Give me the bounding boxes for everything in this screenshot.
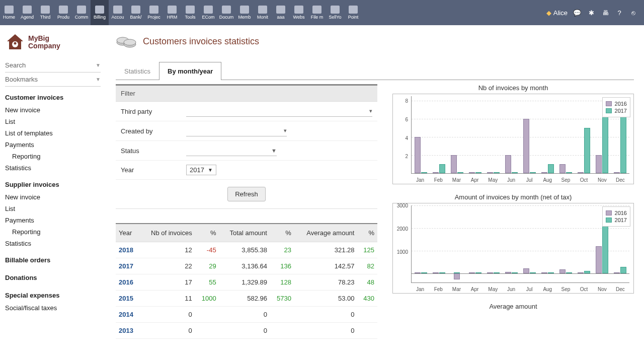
- side-link-list[interactable]: List: [5, 116, 101, 127]
- side-section-donations[interactable]: Donations: [5, 267, 101, 284]
- table-row: 201617551,329.8912878.2348: [116, 274, 377, 291]
- year-cell[interactable]: 2018: [116, 242, 140, 258]
- bar-2017: [421, 172, 427, 173]
- company-logo[interactable]: MyBigCompany: [5, 30, 101, 58]
- topmenu-monit[interactable]: Monit: [254, 0, 272, 25]
- module-icon: [41, 6, 50, 14]
- side-link-list[interactable]: List: [5, 203, 101, 215]
- side-link-statistics[interactable]: Statistics: [5, 162, 101, 174]
- topmenu-home[interactable]: Home: [0, 0, 18, 25]
- year-cell[interactable]: 2013: [116, 323, 140, 339]
- year-cell[interactable]: 2017: [116, 258, 140, 274]
- chart-0: 246820162017JanFebMarAprMayJunJulAugSepO…: [392, 94, 634, 184]
- tab-statistics[interactable]: Statistics: [116, 62, 159, 80]
- topmenu-point[interactable]: Point: [344, 0, 362, 25]
- year-cell[interactable]: 2016: [116, 274, 140, 291]
- search-box[interactable]: Search▼: [5, 58, 101, 73]
- topmenu-projec[interactable]: Projec: [145, 0, 163, 25]
- side-section-customer-invoices[interactable]: Customer invoices: [5, 87, 101, 104]
- topmenu-bank/[interactable]: Bank/: [127, 0, 145, 25]
- side-link-payments[interactable]: Payments: [5, 215, 101, 226]
- chat-icon[interactable]: 💬: [573, 8, 582, 17]
- bar-2017: [457, 172, 463, 173]
- bar-2016: [433, 172, 439, 173]
- topmenu-aaa[interactable]: aaa: [272, 0, 290, 25]
- help-icon[interactable]: ?: [615, 8, 624, 17]
- side-link-new-invoice[interactable]: New invoice: [5, 191, 101, 203]
- bar-2016: [487, 172, 493, 173]
- module-icon: [331, 6, 340, 14]
- bar-2016: [415, 272, 421, 273]
- bar-2016: [596, 246, 602, 273]
- bug-icon[interactable]: ✱: [587, 8, 596, 17]
- topmenu-ecom[interactable]: ECom: [199, 0, 217, 25]
- topmenu-file m[interactable]: File m: [308, 0, 326, 25]
- bar-2016: [433, 272, 439, 273]
- filter-label-year: Year: [121, 166, 186, 174]
- tab-by-month-year[interactable]: By month/year: [159, 62, 221, 80]
- refresh-button[interactable]: Refresh: [227, 187, 266, 201]
- user-label[interactable]: ◆Alice: [546, 9, 568, 17]
- side-section-special-expenses[interactable]: Special expenses: [5, 284, 101, 302]
- module-icon: [186, 6, 195, 14]
- topmenu-docum[interactable]: Docum: [217, 0, 235, 25]
- col-header: %: [195, 224, 219, 242]
- bar-2017: [584, 128, 590, 173]
- year-select[interactable]: 2017▼: [186, 165, 216, 175]
- module-icon: [258, 6, 267, 14]
- topmenu-memb[interactable]: Memb: [235, 0, 254, 25]
- chart-title: Nb of invoices by month: [392, 84, 634, 92]
- side-section-supplier-invoices[interactable]: Supplier invoices: [5, 174, 101, 191]
- status-select[interactable]: ▼: [186, 145, 277, 156]
- bar-2016: [415, 137, 421, 173]
- bar-2016: [614, 272, 620, 273]
- topmenu-produ[interactable]: Produ: [54, 0, 72, 25]
- side-link-social/fiscal-taxes[interactable]: Social/fiscal taxes: [5, 302, 101, 314]
- side-section-billable-orders[interactable]: Billable orders: [5, 249, 101, 267]
- topmenu-comm[interactable]: Comm: [72, 0, 91, 25]
- side-link-reporting[interactable]: Reporting: [5, 151, 101, 162]
- col-header: Year: [116, 224, 140, 242]
- chart-legend: 20162017: [602, 206, 630, 227]
- year-cell[interactable]: 2014: [116, 307, 140, 323]
- side-link-statistics[interactable]: Statistics: [5, 238, 101, 249]
- side-link-list-of-templates[interactable]: List of templates: [5, 127, 101, 139]
- year-cell[interactable]: 2015: [116, 291, 140, 307]
- bookmarks-box[interactable]: Bookmarks▼: [5, 73, 101, 87]
- bar-2016: [451, 155, 457, 173]
- topmenu-agend[interactable]: Agend: [18, 0, 36, 25]
- side-link-new-invoice[interactable]: New invoice: [5, 104, 101, 116]
- bar-2017: [475, 172, 481, 173]
- topmenu-third[interactable]: Third: [36, 0, 54, 25]
- bar-2017: [530, 272, 536, 273]
- topmenu-sellyo[interactable]: SellYo: [326, 0, 344, 25]
- side-link-payments[interactable]: Payments: [5, 139, 101, 151]
- bar-2017: [439, 272, 445, 273]
- module-icon: [77, 6, 86, 14]
- col-header: Total amount: [219, 224, 270, 242]
- module-icon: [23, 6, 32, 14]
- page-title: Customers invoices statistics: [143, 36, 259, 47]
- topmenu-accou[interactable]: Accou: [109, 0, 127, 25]
- topmenu-hrm[interactable]: HRM: [163, 0, 181, 25]
- logout-icon[interactable]: ⎋: [629, 8, 638, 17]
- topmenu-tools[interactable]: Tools: [181, 0, 199, 25]
- side-link-reporting[interactable]: Reporting: [5, 226, 101, 238]
- bar-2016: [505, 272, 511, 273]
- bar-2017: [530, 172, 536, 173]
- thirdparty-select[interactable]: ▾: [186, 106, 372, 117]
- module-icon: [113, 6, 122, 14]
- chevron-down-icon: ▼: [96, 77, 101, 82]
- table-row: 2015111000582.96573053.00430: [116, 291, 377, 307]
- chevron-down-icon: ▼: [96, 62, 101, 68]
- module-icon: [149, 6, 158, 14]
- bar-2017: [421, 272, 427, 273]
- topmenu-billing[interactable]: Billing: [91, 0, 109, 25]
- bar-2017: [548, 272, 554, 273]
- print-icon[interactable]: 🖶: [601, 8, 610, 17]
- topmenu-webs[interactable]: Webs: [290, 0, 308, 25]
- filter-label-status: Status: [121, 147, 186, 155]
- col-header: %: [270, 224, 294, 242]
- module-icon: [294, 6, 303, 14]
- createdby-select[interactable]: ▾: [186, 125, 287, 136]
